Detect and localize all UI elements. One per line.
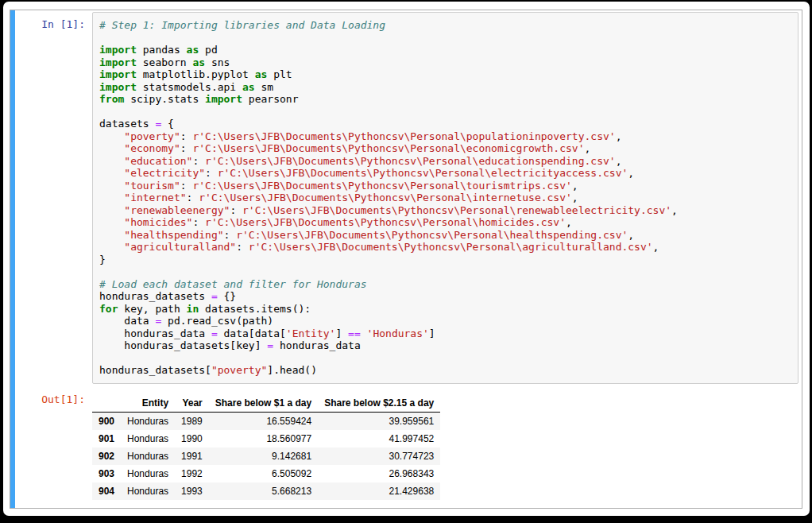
row-index-cell: 902 [92,447,121,465]
code-token: import [205,93,242,105]
code-token: honduras_datasets[ [99,364,211,376]
window-frame: { "cell": { "input_prompt": "In [1]:", "… [0,0,812,523]
table-cell: Honduras [121,430,175,447]
table-cell: Honduras [121,412,175,430]
code-token: : [205,167,218,179]
code-token: honduras_datasets [99,290,211,302]
cell-content: In [1]: # Step 1: Importing libraries an… [15,10,802,500]
code-token: r'C:\Users\JFB\Documents\Pythoncsv\Perso… [199,192,572,203]
code-token: import [99,81,137,93]
code-token: : [192,155,205,167]
code-token: honduras_data [273,339,361,351]
code-token: pd [199,44,217,56]
code-token: key, path [118,303,186,315]
code-token: "homicides" [124,216,192,228]
code-token: : [224,229,237,241]
code-token: sm [255,81,273,93]
code-token [99,192,124,203]
code-token: import [99,68,137,80]
code-token: == [348,327,361,339]
code-token: pd.read_csv(path) [161,315,273,327]
code-line: import statsmodels.api as sm [99,81,791,94]
code-token: as [192,56,205,68]
code-editor[interactable]: # Step 1: Importing libraries and Data L… [92,12,798,384]
code-token: "renewableenergy" [124,204,230,216]
cell-output-area: Out[1]: EntityYearShare below $1 a daySh… [15,389,802,500]
code-token: "electricity" [124,167,205,179]
code-line [99,265,791,278]
code-token [99,130,124,142]
code-token: honduras_data [99,327,211,339]
code-token: as [242,81,255,93]
code-line: honduras_datasets = {} [99,290,791,303]
code-token: , [628,167,634,179]
notebook-page: In [1]: # Step 1: Importing libraries an… [3,2,810,516]
code-line: import matplotlib.pyplot as plt [99,68,791,81]
row-index-cell: 900 [92,412,121,430]
code-token: "education" [124,155,192,167]
code-token [99,142,124,154]
code-line: import pandas as pd [99,44,791,56]
code-token: in [187,303,199,315]
notebook-cell[interactable]: In [1]: # Step 1: Importing libraries an… [10,10,802,509]
code-line: honduras_datasets[key] = honduras_data [99,339,791,352]
output-prompt: Out[1]: [15,389,92,405]
input-prompt: In [1]: [15,10,92,30]
code-token: ].head() [267,364,317,376]
code-token: matplotlib.pyplot [137,68,255,80]
code-token: {} [218,290,236,302]
code-token [99,204,124,216]
table-cell: Honduras [121,465,175,482]
code-line: "tourism": r'C:\Users\JFB\Documents\Pyth… [99,180,791,192]
table-header-row: EntityYearShare below $1 a dayShare belo… [92,394,440,413]
code-line [99,106,791,118]
code-token: "agriculturalland" [124,241,236,253]
code-token: import [99,44,137,56]
code-token: : [236,241,249,253]
code-token: r'C:\Users\JFB\Documents\Pythoncsv\Perso… [236,229,628,241]
code-line: "agriculturalland": r'C:\Users\JFB\Docum… [99,241,791,254]
code-token: : [180,130,193,142]
code-token: 'Honduras' [367,327,429,339]
code-token: sns [205,56,230,68]
code-line: "electricity": r'C:\Users\JFB\Documents\… [99,167,791,180]
code-token [99,241,124,253]
table-cell: 41.997452 [318,430,440,447]
table-cell: 30.774723 [318,447,440,465]
dataframe-table: EntityYearShare below $1 a dayShare belo… [92,394,440,500]
code-token: datasets [99,118,155,130]
dataframe-header: EntityYearShare below $1 a dayShare belo… [92,394,440,413]
code-token: r'C:\Users\JFB\Documents\Pythoncsv\Perso… [192,142,584,154]
table-cell: 16.559424 [209,412,318,430]
code-token: # Load each dataset and filter for Hondu… [99,278,367,290]
code-line: "poverty": r'C:\Users\JFB\Documents\Pyth… [99,130,791,143]
code-line: datasets = { [99,118,791,130]
code-token: plt [267,68,292,80]
code-token: "poverty" [211,364,267,376]
row-index-cell: 904 [92,482,121,500]
code-line: from scipy.stats import pearsonr [99,93,791,106]
code-token [361,327,367,339]
code-line [99,352,791,365]
code-token [99,216,124,228]
cell-selection-bar [10,10,15,508]
cell-input-area: In [1]: # Step 1: Importing libraries an… [15,10,802,384]
table-row: 901Honduras199018.56097741.997452 [92,430,440,447]
code-token: statsmodels.api [137,81,242,93]
code-line: "homicides": r'C:\Users\JFB\Documents\Py… [99,216,791,229]
code-token: , [671,204,678,216]
index-corner-cell [92,394,121,413]
table-cell: 9.142681 [209,447,318,465]
column-header: Share below $1 a day [209,394,318,413]
row-index-cell: 901 [92,430,121,447]
code-token [99,155,124,167]
code-token: , [628,229,634,241]
code-token [99,167,124,179]
table-cell: 21.429638 [318,482,440,500]
code-token: data[data[ [218,327,286,339]
table-cell: Honduras [121,447,175,465]
table-cell: 5.668213 [209,482,318,500]
column-header: Year [175,394,209,413]
code-line: honduras_data = data[data['Entity'] == '… [99,327,791,340]
table-cell: 18.560977 [209,430,318,447]
